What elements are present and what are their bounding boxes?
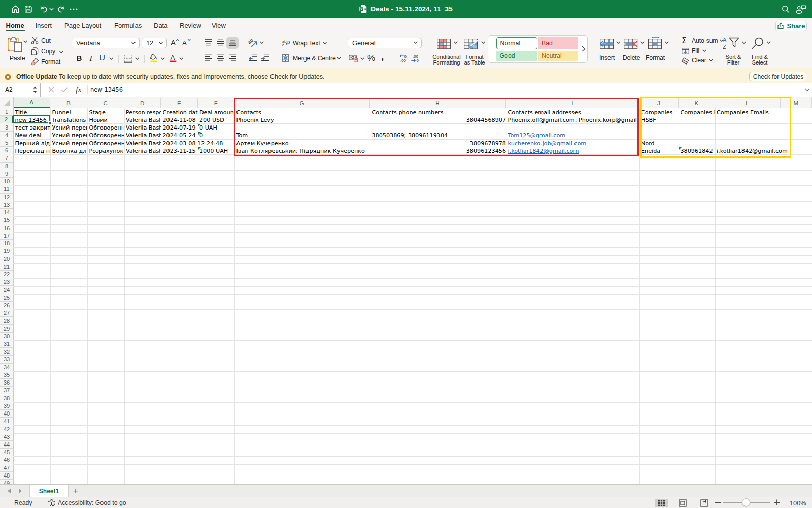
cell-K1[interactable]: Companies Phones <box>681 109 715 116</box>
row-header-22[interactable]: 22 <box>0 271 13 278</box>
cell-H5[interactable]: 3809678978 <box>372 140 506 147</box>
cell-G2[interactable]: Phoenix Levy <box>236 116 370 123</box>
view-normal-button[interactable] <box>655 499 668 507</box>
row-header-10[interactable]: 10 <box>0 178 13 185</box>
row-header-26[interactable]: 26 <box>0 302 13 309</box>
row-header-8[interactable]: 8 <box>0 163 13 170</box>
cell-E2[interactable]: 2024-11-08 <box>163 116 198 123</box>
paste-icon[interactable] <box>8 37 27 52</box>
sheet-next-icon[interactable] <box>18 488 23 494</box>
row-header-23[interactable]: 23 <box>0 278 13 286</box>
cell-C5[interactable]: Обговорення <box>89 140 124 147</box>
format-as-table-icon[interactable] <box>464 39 479 50</box>
cell-D4[interactable]: Valeriia Bash <box>126 132 161 139</box>
format-cells-icon[interactable] <box>648 37 663 49</box>
styles-more-icon[interactable] <box>582 46 586 52</box>
fill-button[interactable]: Fill <box>692 47 699 54</box>
column-header-M[interactable]: M <box>781 98 812 108</box>
column-header-G[interactable]: G <box>234 98 370 108</box>
row-header-47[interactable]: 47 <box>0 464 13 472</box>
row-header-1[interactable]: 1 <box>0 108 13 116</box>
number-format-select[interactable]: General <box>348 38 422 49</box>
row-header-12[interactable]: 12 <box>0 194 13 201</box>
copy-button[interactable]: Copy <box>41 48 55 55</box>
align-left-icon[interactable] <box>205 54 212 61</box>
copy-dropdown-icon[interactable] <box>59 51 63 54</box>
row-header-35[interactable]: 35 <box>0 371 13 379</box>
increase-decimal-icon[interactable]: 0.00 <box>399 54 408 62</box>
row-header-16[interactable]: 16 <box>0 224 13 232</box>
sheet-prev-icon[interactable] <box>7 488 12 494</box>
bold-button[interactable]: B <box>76 54 83 62</box>
row-header-44[interactable]: 44 <box>0 441 13 449</box>
cell-C1[interactable]: Stage <box>89 109 124 116</box>
view-page-break-button[interactable] <box>700 499 708 507</box>
increase-indent-icon[interactable] <box>261 54 269 61</box>
conditional-formatting-icon[interactable] <box>437 39 451 49</box>
cell-F4[interactable]: 0 <box>199 132 234 139</box>
font-color-icon[interactable]: A <box>169 53 177 63</box>
wrap-text-icon[interactable]: abc <box>282 39 290 47</box>
cell-L6[interactable]: i.kotliar1842@gmail.com <box>717 147 800 154</box>
comma-style-icon[interactable]: , <box>381 51 384 62</box>
row-header-34[interactable]: 34 <box>0 364 13 371</box>
row-header-41[interactable]: 41 <box>0 418 13 425</box>
align-bottom-button-selected[interactable] <box>226 37 239 49</box>
underline-dropdown-icon[interactable] <box>109 57 113 60</box>
clear-icon[interactable] <box>681 57 689 65</box>
column-header-L[interactable]: L <box>715 98 781 108</box>
row-header-32[interactable]: 32 <box>0 348 13 356</box>
merge-centre-button[interactable]: Merge & Centre <box>293 55 336 62</box>
cell-H2[interactable]: 38044568907 <box>372 116 506 123</box>
format-cells-dropdown-icon[interactable] <box>665 41 669 44</box>
row-header-37[interactable]: 37 <box>0 387 13 394</box>
fill-color-icon[interactable] <box>149 53 158 63</box>
paste-button[interactable]: Paste <box>8 55 27 62</box>
zoom-out-button[interactable] <box>715 502 721 503</box>
cell-A3[interactable]: тест закриття <box>15 124 51 131</box>
zoom-in-button[interactable] <box>773 499 781 506</box>
row-header-48[interactable]: 48 <box>0 472 13 480</box>
cell-F1[interactable]: Deal amount <box>199 109 234 116</box>
name-box[interactable]: A2 <box>0 83 41 97</box>
borders-icon[interactable] <box>124 54 132 63</box>
cell-I1[interactable]: Contacts email addresses <box>508 109 639 116</box>
column-header-H[interactable]: H <box>370 98 506 108</box>
accounting-dropdown-icon[interactable] <box>360 57 364 60</box>
align-middle-icon[interactable] <box>217 39 224 46</box>
style-good[interactable]: Good <box>496 51 537 61</box>
autosum-button[interactable]: Auto-sum <box>692 37 718 44</box>
find-select-button[interactable]: Find &Select <box>746 54 774 67</box>
cell-E5[interactable]: 2024-03-08 12:24:48 <box>163 140 235 147</box>
row-header-7[interactable]: 7 <box>0 154 13 162</box>
tab-insert[interactable]: Insert <box>36 18 52 33</box>
fill-color-dropdown-icon[interactable] <box>161 57 165 60</box>
row-header-30[interactable]: 30 <box>0 333 13 340</box>
row-header-11[interactable]: 11 <box>0 185 13 193</box>
clear-button[interactable]: Clear <box>692 57 706 64</box>
cell-I2[interactable]: Phoenix.off@gmail.com; Phoenix.korp@gmai… <box>508 116 639 123</box>
row-header-15[interactable]: 15 <box>0 216 13 224</box>
row-header-3[interactable]: 3 <box>0 123 13 131</box>
borders-dropdown-icon[interactable] <box>135 57 139 60</box>
zoom-slider-knob[interactable] <box>742 498 750 506</box>
view-page-layout-button[interactable] <box>679 499 687 507</box>
row-header-20[interactable]: 20 <box>0 255 13 263</box>
delete-cells-dropdown-icon[interactable] <box>640 41 645 44</box>
cell-B6[interactable]: Воронка для <box>52 147 88 154</box>
cell-J2[interactable]: HSBF <box>641 116 679 123</box>
tab-home[interactable]: Home <box>6 18 24 33</box>
cut-icon[interactable] <box>31 37 39 44</box>
cell-A6[interactable]: Переклад на <box>15 147 51 154</box>
cell-C3[interactable]: Обговорення <box>89 124 124 131</box>
cell-J1[interactable]: Companies <box>641 109 679 116</box>
column-header-A[interactable]: A <box>13 98 50 108</box>
cancel-icon[interactable] <box>48 87 54 93</box>
cell-D1[interactable]: Person responsible <box>126 109 161 116</box>
cell-G4[interactable]: Tom <box>236 132 370 139</box>
cell-E3[interactable]: 2024-07-19 <box>163 124 198 131</box>
clear-dropdown-icon[interactable] <box>709 59 713 62</box>
find-select-icon[interactable] <box>751 37 764 50</box>
add-sheet-button[interactable]: + <box>73 486 78 496</box>
shrink-font-icon[interactable]: A <box>182 38 191 47</box>
